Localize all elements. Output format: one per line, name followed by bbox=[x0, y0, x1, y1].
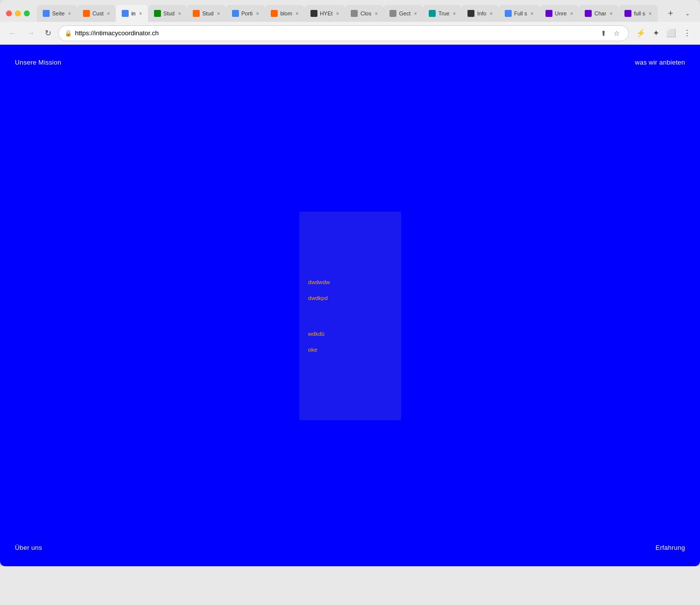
browser-menu-btn[interactable]: ⋮ bbox=[680, 26, 694, 40]
tab-close-1[interactable]: × bbox=[107, 11, 110, 16]
tab-close-15[interactable]: × bbox=[649, 11, 652, 16]
card-item-2[interactable]: wdkdü bbox=[308, 326, 392, 342]
tab-favicon-7 bbox=[311, 10, 317, 17]
tab-7[interactable]: HYEt× bbox=[305, 5, 345, 22]
webpage: Unsere Mission was wir anbieten dwdwdwdw… bbox=[0, 45, 700, 566]
tab-dropdown-button[interactable]: ⌄ bbox=[681, 7, 694, 20]
tab-favicon-2 bbox=[122, 10, 129, 17]
tab-close-4[interactable]: × bbox=[217, 11, 220, 16]
tab-favicon-5 bbox=[232, 10, 239, 17]
nav-was-wir-anbieten[interactable]: was wir anbieten bbox=[635, 59, 685, 66]
tab-label-6: blom bbox=[280, 10, 292, 16]
tab-5[interactable]: Porti× bbox=[226, 5, 265, 22]
tab-favicon-9 bbox=[389, 10, 396, 17]
tab-label-4: Stud bbox=[202, 10, 214, 16]
split-tab-btn[interactable]: ⬜ bbox=[663, 26, 679, 40]
address-bar-actions: ⬆ ☆ bbox=[598, 28, 622, 39]
tab-close-14[interactable]: × bbox=[610, 11, 613, 16]
tab-9[interactable]: Gect× bbox=[384, 5, 423, 22]
footer-erfahrung[interactable]: Erfahrung bbox=[656, 544, 685, 551]
address-bar[interactable]: 🔒 https://intimacycoordinator.ch ⬆ ☆ bbox=[58, 25, 629, 41]
title-bar: Seite×Cust×in×Stud×Stud×Porti×blom×HYEt×… bbox=[0, 0, 700, 22]
tab-close-12[interactable]: × bbox=[531, 11, 534, 16]
tab-label-9: Gect bbox=[399, 10, 410, 16]
tab-label-3: Stud bbox=[163, 10, 175, 16]
tab-favicon-13 bbox=[545, 10, 552, 17]
tab-6[interactable]: blom× bbox=[265, 5, 305, 22]
refresh-button[interactable]: ↻ bbox=[42, 26, 54, 40]
new-tab-button[interactable]: + bbox=[664, 6, 677, 21]
forward-button[interactable]: → bbox=[24, 27, 38, 40]
extension-btn-1[interactable]: ⚡ bbox=[633, 26, 649, 40]
close-button[interactable] bbox=[6, 10, 12, 16]
page-nav: Unsere Mission was wir anbieten bbox=[0, 45, 700, 80]
tab-favicon-11 bbox=[467, 10, 474, 17]
tab-11[interactable]: Info× bbox=[462, 5, 498, 22]
tab-15[interactable]: full s× bbox=[619, 5, 657, 22]
tab-close-11[interactable]: × bbox=[490, 11, 493, 16]
tab-close-6[interactable]: × bbox=[296, 11, 299, 16]
bookmark-icon[interactable]: ☆ bbox=[611, 28, 622, 39]
tab-close-8[interactable]: × bbox=[375, 11, 378, 16]
tab-favicon-15 bbox=[624, 10, 631, 17]
footer-uber-uns[interactable]: Über uns bbox=[15, 544, 42, 551]
tab-14[interactable]: Char× bbox=[579, 5, 619, 22]
tab-label-2: in bbox=[131, 10, 136, 16]
tab-label-14: Char bbox=[594, 10, 606, 16]
tabs-container: Seite×Cust×in×Stud×Stud×Porti×blom×HYEt×… bbox=[37, 5, 660, 22]
tab-1[interactable]: Cust× bbox=[77, 5, 116, 22]
tab-label-13: Unre bbox=[555, 10, 567, 16]
card-item-1[interactable]: dwdkpd bbox=[308, 290, 392, 306]
tab-label-1: Cust bbox=[92, 10, 104, 16]
center-card: dwdwdwdwdkpdwdkdüoke bbox=[299, 212, 401, 420]
maximize-button[interactable] bbox=[24, 10, 30, 16]
tab-label-0: Seite bbox=[52, 10, 65, 16]
tab-13[interactable]: Unre× bbox=[540, 5, 579, 22]
tab-close-5[interactable]: × bbox=[256, 11, 259, 16]
tab-label-5: Porti bbox=[241, 10, 253, 16]
tab-close-9[interactable]: × bbox=[414, 11, 417, 16]
tab-4[interactable]: Stud× bbox=[187, 5, 226, 22]
tab-2[interactable]: in× bbox=[116, 5, 148, 22]
tab-label-15: full s bbox=[634, 10, 645, 16]
tab-close-10[interactable]: × bbox=[453, 11, 456, 16]
extension-btn-2[interactable]: ✦ bbox=[650, 26, 662, 40]
tab-favicon-0 bbox=[43, 10, 50, 17]
tab-favicon-14 bbox=[585, 10, 592, 17]
tab-favicon-3 bbox=[154, 10, 161, 17]
tab-close-7[interactable]: × bbox=[336, 11, 339, 16]
page-footer: Über uns Erfahrung bbox=[0, 544, 700, 551]
share-icon[interactable]: ⬆ bbox=[598, 28, 609, 39]
tab-10[interactable]: True× bbox=[423, 5, 462, 22]
minimize-button[interactable] bbox=[15, 10, 21, 16]
tab-favicon-10 bbox=[429, 10, 436, 17]
lock-icon: 🔒 bbox=[65, 30, 72, 37]
tab-favicon-6 bbox=[271, 10, 278, 17]
tab-close-0[interactable]: × bbox=[68, 11, 71, 16]
tab-12[interactable]: Full s× bbox=[499, 5, 540, 22]
nav-bar: ← → ↻ 🔒 https://intimacycoordinator.ch ⬆… bbox=[0, 22, 700, 45]
card-item-0[interactable]: dwdwdw bbox=[308, 274, 392, 290]
card-item-3[interactable]: oke bbox=[308, 342, 392, 358]
traffic-lights bbox=[6, 10, 30, 16]
tab-label-11: Info bbox=[477, 10, 486, 16]
tab-favicon-1 bbox=[83, 10, 90, 17]
tab-close-13[interactable]: × bbox=[570, 11, 573, 16]
url-text: https://intimacycoordinator.ch bbox=[75, 29, 595, 37]
tab-8[interactable]: Clos× bbox=[345, 5, 384, 22]
tab-close-2[interactable]: × bbox=[139, 11, 142, 16]
tab-3[interactable]: Stud× bbox=[148, 5, 187, 22]
tab-label-10: True bbox=[438, 10, 449, 16]
tab-label-8: Clos bbox=[360, 10, 371, 16]
tab-close-3[interactable]: × bbox=[178, 11, 181, 16]
nav-unsere-mission[interactable]: Unsere Mission bbox=[15, 59, 61, 66]
tab-label-12: Full s bbox=[514, 10, 527, 16]
tab-favicon-4 bbox=[193, 10, 200, 17]
tab-favicon-12 bbox=[505, 10, 512, 17]
browser-extensions: ⚡ ✦ ⬜ ⋮ bbox=[633, 26, 694, 40]
tab-favicon-8 bbox=[351, 10, 358, 17]
back-button[interactable]: ← bbox=[6, 27, 20, 40]
browser-window: Seite×Cust×in×Stud×Stud×Porti×blom×HYEt×… bbox=[0, 0, 700, 566]
tab-label-7: HYEt bbox=[320, 10, 333, 16]
tab-0[interactable]: Seite× bbox=[37, 5, 77, 22]
